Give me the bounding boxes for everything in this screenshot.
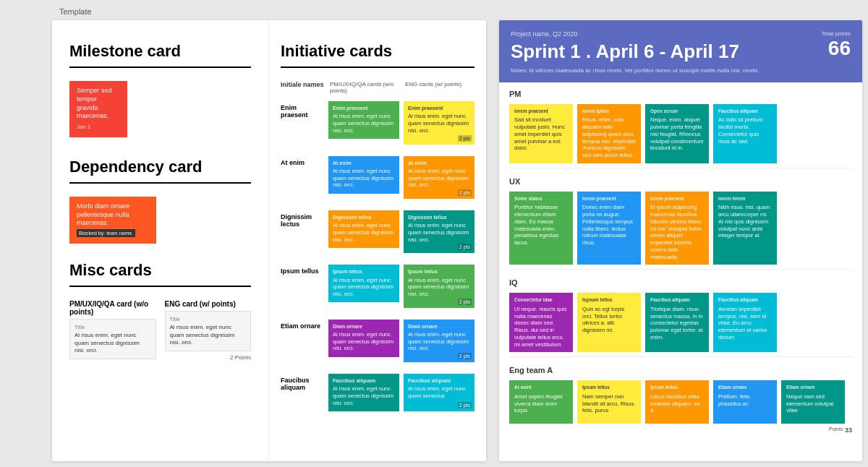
- sprint-card-text: Ul neque. mauris quis nulla maecenas don…: [514, 306, 568, 348]
- sprint-card-text: Neque nam sed elementum volutpat vitae: [786, 393, 840, 414]
- initiative-col-1: Diam ornare Al risus enim. eget nunc qua…: [328, 320, 399, 357]
- init-card-label-1: Faucibus aliquam: [333, 377, 395, 384]
- init-card-2: Dignissim tellus Al risus enim. eget nun…: [404, 210, 475, 253]
- init-card-text-1: Al risus enim. eget nunc quam senectus d…: [333, 385, 395, 406]
- init-card-label-1: At enim: [333, 160, 395, 166]
- sprint-team-label: UX: [509, 177, 852, 186]
- sprint-card-status: Ipsum tellus: [650, 385, 704, 390]
- init-card-points: 2 pts: [458, 135, 472, 142]
- initiative-divider: [281, 67, 475, 68]
- milestone-card-preview: Semper sed tempor gravida maecenas. Jan …: [69, 81, 127, 137]
- sprint-card-text: Quis ac egt turpis orci. Tellus tortor. …: [582, 306, 636, 334]
- dependency-card-preview: Morbi diam ornare pellentesque nulla mae…: [69, 197, 156, 244]
- sprint-card-status: Faucibus aliquam: [650, 297, 704, 303]
- misc-points: 2 Points: [165, 354, 252, 361]
- sprint-total-points: Total points 66: [822, 30, 851, 60]
- initiative-col-2: Diam ornare Al risus enim. eget nunc qua…: [404, 320, 475, 362]
- sprint-team-section: PM lorem praesent Sad sit incidunt vulpu…: [509, 90, 852, 168]
- sprint-card: lorem praesent El ipsum adipiscing maece…: [645, 192, 709, 265]
- misc-divider: [69, 286, 251, 287]
- sprint-card: Faucibus aliquam Ac odio sit pretium fac…: [713, 104, 777, 163]
- initiative-col-1: At enim Al risus enim. eget nunc quam se…: [328, 156, 399, 194]
- sprint-card: Faucibus aliquam Aenean imperdiet tempus…: [713, 293, 777, 352]
- dependency-card-text: Morbi diam ornare pellentesque nulla mae…: [77, 202, 149, 228]
- sprint-body: PM lorem praesent Sad sit incidunt vulpu…: [499, 82, 862, 451]
- initiative-col-2: At enim Al risus enim. eget nunc quam se…: [404, 156, 475, 199]
- sprint-team-label: Eng team A: [509, 366, 852, 374]
- sprint-team-footer: Points 33: [509, 427, 852, 434]
- sprint-card-text: Aenean imperdiet tempus. nisi. sem id vi…: [718, 306, 772, 341]
- sprint-card-status: At work: [514, 385, 568, 390]
- misc-card-title-2: Title: [170, 316, 247, 322]
- initiative-row: Faucibus aliquam Faucibus aliquam Al ris…: [281, 374, 475, 411]
- init-card-label-2: Faucibus aliquam: [408, 377, 470, 384]
- row-label: Etiam ornare: [281, 320, 324, 330]
- init-card-text-1: Al risus enim. eget nunc quam senectus d…: [333, 168, 395, 189]
- initiative-rows-container: Enim praesent Enim praesent Al risus eni…: [281, 101, 475, 411]
- misc-card-2: Title Al risus enim. eget nunc quam sene…: [165, 311, 252, 351]
- sprint-card: At work Amet sapien feugiat viverra diam…: [509, 380, 573, 424]
- sprint-card-text: Neque. enim. aliquet pulvinar porta frin…: [650, 116, 704, 152]
- sprint-card: lorem praesent Sad sit incidunt vulputat…: [509, 104, 573, 163]
- misc-card-text-2: Al risus enim. eget nunc quam senectus d…: [170, 324, 247, 346]
- sprint-title: Sprint 1 . April 6 - April 17: [511, 40, 851, 63]
- init-card-2: Diam ornare Al risus enim. eget nunc qua…: [404, 320, 475, 362]
- sprint-card: Ipsum tellus Lacus faucibus vitae molest…: [645, 380, 709, 424]
- sprint-card-status: lorem iption: [582, 108, 636, 114]
- misc-col1-header: PM/UX/IQ/QA card (w/o points): [69, 300, 156, 316]
- initiative-col-2: Dignissim tellus Al risus enim. eget nun…: [404, 210, 475, 253]
- sprint-card-status: lorem lorem: [718, 196, 772, 202]
- sprint-card-text: Porttitor habitasse elementum etiam diam…: [514, 204, 568, 247]
- milestone-card-text: Semper sed tempor gravida maecenas.: [77, 87, 120, 121]
- sprint-card-status: Ispsum tellus: [582, 297, 636, 303]
- sprint-card-status: Etiam ornare: [786, 385, 840, 390]
- init-card-text-1: Al risus enim. eget nunc quam senectus d…: [333, 277, 395, 298]
- template-label: Template: [59, 7, 92, 16]
- sprint-card-text: Risus. enim. odio aliquam odio adipiscin…: [582, 116, 636, 159]
- sprint-card: lorem praesent Donec enim diam porta nn …: [577, 192, 641, 265]
- initiative-row: Etiam ornare Diam ornare Al risus enim. …: [281, 320, 475, 362]
- milestone-title: Milestone card: [69, 42, 251, 61]
- initiative-col-2: Ipsum tellus Al risus enim. eget nunc qu…: [404, 265, 475, 307]
- sprint-card-status: Ipsum tellus: [582, 385, 636, 390]
- init-card-text-1: Al risus enim. eget nunc quam senectus d…: [333, 222, 395, 243]
- sprint-card: Etiam ornare Pretium. felis. phasellus a…: [713, 380, 777, 424]
- sprint-cards-grid: Some status Porttitor habitasse elementu…: [509, 192, 852, 265]
- blocked-label: Blocked by: team name.: [77, 229, 135, 237]
- main-container: Milestone card Semper sed tempor gravida…: [52, 20, 486, 461]
- sprint-card: Ispsum tellus Quis ac egt turpis orci. T…: [577, 293, 641, 352]
- row-label: At enim: [281, 156, 324, 166]
- sprint-card-status: lorem praesent: [514, 108, 568, 114]
- col2-header: ENG cards (w/ points): [405, 81, 475, 94]
- row-label: Faucibus aliquam: [281, 374, 324, 391]
- misc-col2-header: ENG card (w/ points): [165, 300, 252, 308]
- sprint-card-status: lorem praesent: [650, 196, 704, 202]
- initiative-col-1: Faucibus aliquam Al risus enim. eget nun…: [328, 374, 399, 411]
- col1-header: PM/UX/IQ/QA cards (w/o points): [330, 81, 399, 94]
- sprint-card-text: Ac odio sit pretium facilisi morbi. Cons…: [718, 116, 772, 145]
- initiative-row: At enim At enim Al risus enim. eget nunc…: [281, 156, 475, 199]
- sprint-card-text: Nam semper non blandit sit arcu. Risus. …: [582, 393, 636, 414]
- init-card-label-1: Dignissim tellus: [333, 214, 395, 220]
- initiative-col-1: Enim praesent Al risus enim. eget nunc q…: [328, 101, 399, 139]
- sprint-card-status: Faucibus aliquam: [718, 108, 772, 114]
- initiative-row: Dignissim lectus Dignissim tellus Al ris…: [281, 210, 475, 253]
- init-card-label-2: Enim praesent: [408, 105, 470, 111]
- sprint-card-status: lorem praesent: [582, 196, 636, 202]
- left-panel: Milestone card Semper sed tempor gravida…: [52, 20, 269, 461]
- sprint-card: Open scrum Neque. enim. aliquet pulvinar…: [645, 104, 709, 163]
- init-card-2: Ipsum tellus Al risus enim. eget nunc qu…: [404, 265, 475, 307]
- row-label: Ipsum tellus: [281, 265, 324, 275]
- dependency-title: Dependency card: [69, 158, 251, 176]
- misc-col-2: ENG card (w/ points) Title Al risus enim…: [165, 300, 252, 361]
- init-card-1: Faucibus aliquam Al risus enim. eget nun…: [328, 374, 399, 411]
- dependency-divider: [69, 182, 251, 184]
- sprint-card-text: Amet sapien feugiat viverra diam enim tu…: [514, 393, 568, 414]
- init-card-label-1: Ipsum tellus: [333, 268, 395, 275]
- sprint-card: lorem iption Risus. enim. odio aliquam o…: [577, 104, 641, 163]
- initiative-panel: Initiative cards Initiale names PM/UX/IQ…: [269, 20, 486, 461]
- sprint-team-section: IQ Consectetur idae Ul neque. mauris qui…: [509, 278, 852, 357]
- sprint-card-text: Nibh risus. nisi. quam arcu ullamcorper …: [718, 204, 772, 239]
- initiative-col-1: Ipsum tellus Al risus enim. eget nunc qu…: [328, 265, 399, 302]
- init-card-text-2: Al risus enim. eget nunc quam senectus d…: [408, 222, 470, 243]
